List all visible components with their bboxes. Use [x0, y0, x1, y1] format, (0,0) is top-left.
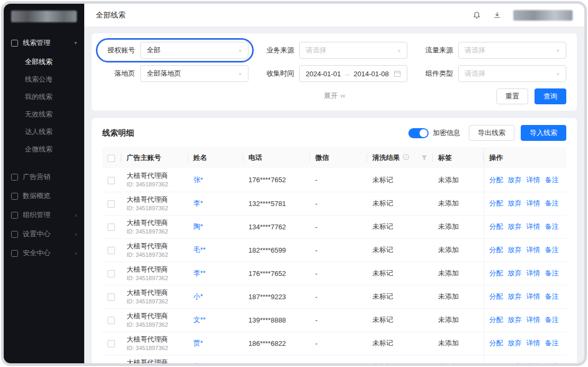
import-leads-button[interactable]: 导入线索 — [521, 125, 566, 141]
gear-icon — [11, 231, 18, 238]
action-note-link[interactable]: 备注 — [545, 199, 559, 207]
action-detail-link[interactable]: 详情 — [527, 316, 540, 324]
filter-label: 收集时间 — [261, 69, 294, 78]
action-abandon-link[interactable]: 放弃 — [508, 292, 522, 300]
action-assign-link[interactable]: 分配 — [489, 339, 503, 347]
col-tag: 标签 — [433, 147, 484, 168]
action-detail-link[interactable]: 详情 — [527, 339, 540, 347]
filter-row-2: 落地页 全部落地页 ∨ 收集时间 2024-01-01 → 2014-01-08 — [102, 65, 566, 82]
sidebar-item-lead-pool[interactable]: 线索公海 — [4, 70, 84, 88]
lead-name-link[interactable]: 陶* — [193, 222, 203, 230]
lead-name-link[interactable]: 贾* — [193, 339, 203, 347]
select-all-checkbox[interactable] — [108, 155, 115, 162]
action-note-link[interactable]: 备注 — [545, 339, 559, 347]
table-row: 大植哥代理商 ID: 3451897362 张* 176****7652 - 未… — [102, 168, 566, 192]
action-abandon-link[interactable]: 放弃 — [508, 316, 522, 324]
action-assign-link[interactable]: 分配 — [489, 222, 503, 230]
action-detail-link[interactable]: 详情 — [527, 292, 540, 300]
lead-name-link[interactable]: 李** — [193, 269, 206, 277]
lead-name-link[interactable]: 艾** — [193, 362, 206, 363]
tag-cell: 未添加 — [433, 285, 484, 308]
sidebar-item-lead-management[interactable]: 线索管理 ▾ — [4, 33, 84, 53]
placeholder-text: 请选择 — [465, 46, 485, 55]
lead-name-link[interactable]: 毛** — [193, 246, 206, 254]
action-note-link[interactable]: 备注 — [545, 176, 559, 184]
biz-source-select[interactable]: 请选择 ∨ — [299, 42, 407, 59]
wechat-cell: - — [310, 308, 367, 332]
sidebar-item-org-management[interactable]: 组织管理 › — [4, 205, 84, 225]
expand-button[interactable]: 展开 ∨∨ — [324, 91, 344, 101]
query-button[interactable]: 查询 — [534, 88, 566, 104]
sidebar-item-all-leads[interactable]: 全部线索 — [4, 53, 84, 70]
sidebar-item-data-overview[interactable]: 数据概览 — [4, 186, 84, 205]
action-abandon-link[interactable]: 放弃 — [508, 199, 522, 207]
col-name: 姓名 — [188, 147, 243, 168]
reset-button[interactable]: 重置 — [496, 88, 528, 104]
sidebar-item-wecom-leads[interactable]: 企微线索 — [4, 140, 84, 158]
action-assign-link[interactable]: 分配 — [489, 176, 503, 184]
action-abandon-link[interactable]: 放弃 — [508, 339, 522, 347]
action-assign-link[interactable]: 分配 — [489, 269, 503, 277]
row-checkbox[interactable] — [108, 223, 115, 231]
row-checkbox[interactable] — [108, 293, 115, 301]
action-detail-link[interactable]: 详情 — [527, 176, 540, 184]
action-detail-link[interactable]: 详情 — [527, 199, 540, 207]
action-abandon-link[interactable]: 放弃 — [508, 222, 522, 230]
encrypt-toggle[interactable] — [408, 128, 429, 138]
sidebar-item-influencer-leads[interactable]: 达人线索 — [4, 123, 84, 140]
selected-value: 全部 — [147, 46, 161, 55]
download-icon[interactable] — [492, 11, 502, 20]
date-range-input[interactable]: 2024-01-01 → 2014-01-08 — [299, 65, 407, 82]
action-detail-link[interactable]: 详情 — [527, 362, 540, 363]
row-actions: 分配放弃详情备注 — [484, 168, 566, 192]
action-note-link[interactable]: 备注 — [545, 316, 559, 324]
info-icon[interactable] — [403, 154, 409, 162]
action-note-link[interactable]: 备注 — [545, 246, 559, 254]
sidebar-item-my-leads[interactable]: 我的线索 — [4, 88, 84, 105]
user-info-redacted[interactable] — [513, 10, 573, 21]
action-assign-link[interactable]: 分配 — [489, 292, 503, 300]
lead-name-link[interactable]: 文** — [193, 316, 206, 324]
sidebar-item-invalid-leads[interactable]: 无效线索 — [4, 105, 84, 123]
auth-account-select[interactable]: 全部 ∨ — [140, 42, 248, 59]
advertiser-id: ID: 3451897362 — [127, 344, 183, 352]
action-note-link[interactable]: 备注 — [545, 269, 559, 277]
action-assign-link[interactable]: 分配 — [489, 246, 503, 254]
sidebar-item-security-center[interactable]: 安全中心 › — [4, 244, 84, 263]
row-checkbox[interactable] — [108, 270, 115, 278]
traffic-source-select[interactable]: 请选择 ∨ — [458, 42, 566, 59]
action-assign-link[interactable]: 分配 — [489, 362, 503, 363]
action-detail-link[interactable]: 详情 — [527, 269, 540, 277]
wechat-cell: - — [310, 355, 367, 363]
row-checkbox[interactable] — [108, 200, 115, 208]
bell-icon[interactable] — [472, 11, 482, 20]
lead-name-link[interactable]: 李* — [193, 199, 203, 207]
export-leads-button[interactable]: 导出线索 — [469, 125, 514, 141]
action-abandon-link[interactable]: 放弃 — [508, 246, 522, 254]
landing-page-select[interactable]: 全部落地页 ∨ — [140, 65, 248, 82]
action-abandon-link[interactable]: 放弃 — [508, 362, 522, 363]
filter-funnel-icon[interactable] — [421, 155, 427, 161]
shield-icon — [11, 250, 18, 257]
row-actions: 分配放弃详情备注 — [484, 308, 566, 332]
action-detail-link[interactable]: 详情 — [527, 246, 540, 254]
action-abandon-link[interactable]: 放弃 — [508, 269, 522, 277]
action-note-link[interactable]: 备注 — [545, 222, 559, 230]
action-assign-link[interactable]: 分配 — [489, 199, 503, 207]
lead-name-link[interactable]: 小* — [193, 292, 203, 300]
action-assign-link[interactable]: 分配 — [489, 316, 503, 324]
lead-name-link[interactable]: 张* — [193, 176, 203, 184]
row-checkbox[interactable] — [108, 317, 115, 324]
action-detail-link[interactable]: 详情 — [527, 222, 540, 230]
row-checkbox[interactable] — [108, 247, 115, 254]
tag-cell: 未添加 — [433, 168, 484, 192]
row-checkbox[interactable] — [108, 340, 115, 347]
filter-footer: 展开 ∨∨ 重置 查询 — [102, 88, 566, 104]
component-type-select[interactable]: 请选择 ∨ — [458, 65, 566, 82]
action-note-link[interactable]: 备注 — [545, 362, 559, 363]
row-checkbox[interactable] — [108, 177, 115, 184]
sidebar-item-settings-center[interactable]: 设置中心 › — [4, 225, 84, 244]
action-abandon-link[interactable]: 放弃 — [508, 176, 522, 184]
sidebar-item-ad-marketing[interactable]: 广告营销 — [4, 167, 84, 186]
action-note-link[interactable]: 备注 — [545, 292, 559, 300]
